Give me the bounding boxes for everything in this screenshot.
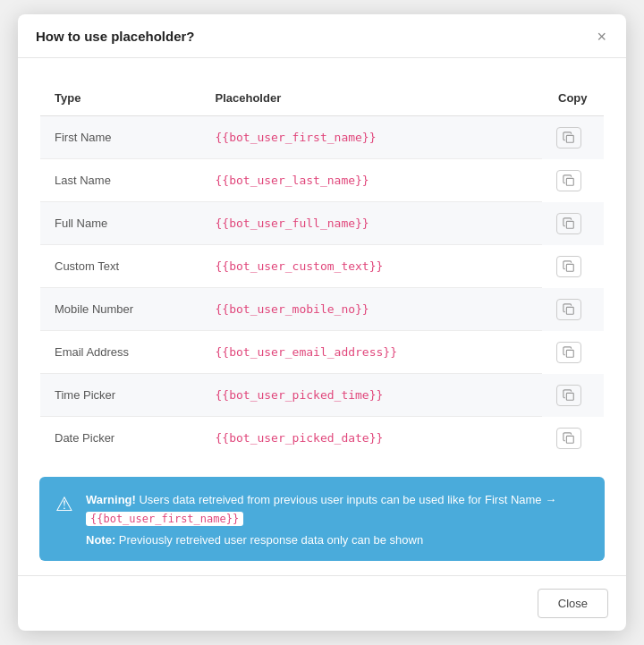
svg-rect-2 xyxy=(566,221,573,228)
table-row: Time Picker{{bot_user_picked_time}} xyxy=(40,374,605,417)
cell-placeholder: {{bot_user_email_address}} xyxy=(201,331,542,374)
placeholder-code: {{bot_user_custom_text}} xyxy=(216,259,384,273)
table-row: Custom Text{{bot_user_custom_text}} xyxy=(40,245,605,288)
svg-rect-0 xyxy=(566,135,573,142)
cell-type: Full Name xyxy=(40,202,201,245)
copy-button[interactable] xyxy=(556,256,581,277)
table-row: Last Name{{bot_user_last_name}} xyxy=(40,159,605,202)
placeholder-code: {{bot_user_picked_time}} xyxy=(216,388,384,402)
svg-rect-5 xyxy=(566,350,573,357)
cell-type: Custom Text xyxy=(40,245,201,288)
cell-placeholder: {{bot_user_mobile_no}} xyxy=(201,288,542,331)
svg-rect-3 xyxy=(566,264,573,271)
copy-icon xyxy=(563,260,575,273)
copy-button[interactable] xyxy=(556,385,581,406)
cell-placeholder: {{bot_user_last_name}} xyxy=(201,159,542,202)
warning-label: Warning! xyxy=(86,493,136,506)
table-row: Full Name{{bot_user_full_name}} xyxy=(40,202,605,245)
modal-title: How to use placeholder? xyxy=(36,29,195,44)
modal-container: How to use placeholder? × Type Placehold… xyxy=(18,14,626,632)
modal-header: How to use placeholder? × xyxy=(18,14,626,58)
placeholder-code: {{bot_user_full_name}} xyxy=(216,216,369,230)
cell-copy xyxy=(542,159,605,202)
cell-copy xyxy=(542,245,605,288)
copy-icon xyxy=(563,432,575,445)
cell-copy xyxy=(542,417,605,461)
table-header-row: Type Placeholder Copy xyxy=(40,80,605,115)
cell-copy xyxy=(542,115,605,159)
copy-button[interactable] xyxy=(556,428,581,449)
svg-rect-4 xyxy=(566,307,573,314)
svg-rect-1 xyxy=(566,178,573,185)
col-header-copy: Copy xyxy=(542,80,605,115)
copy-icon xyxy=(563,174,575,187)
cell-placeholder: {{bot_user_picked_date}} xyxy=(201,417,542,461)
copy-button[interactable] xyxy=(556,127,581,149)
table-row: Mobile Number{{bot_user_mobile_no}} xyxy=(40,288,605,331)
cell-placeholder: {{bot_user_custom_text}} xyxy=(201,245,542,288)
placeholder-code: {{bot_user_first_name}} xyxy=(216,131,377,144)
table-row: Email Address{{bot_user_email_address}} xyxy=(40,331,605,374)
cell-type: Time Picker xyxy=(40,374,201,417)
warning-highlight: {{bot_user_first_name}} xyxy=(86,512,243,526)
table-row: Date Picker{{bot_user_picked_date}} xyxy=(40,417,605,461)
svg-rect-7 xyxy=(566,436,573,443)
copy-button[interactable] xyxy=(556,299,581,320)
copy-button[interactable] xyxy=(556,342,581,363)
cell-copy xyxy=(542,202,605,245)
table-row: First Name{{bot_user_first_name}} xyxy=(40,115,605,159)
warning-body-text: Users data retreived from previous user … xyxy=(139,493,556,506)
modal-close-icon[interactable]: × xyxy=(595,29,608,45)
warning-note-text: Previously retreived user response data … xyxy=(119,533,423,547)
cell-placeholder: {{bot_user_full_name}} xyxy=(201,202,542,245)
cell-copy xyxy=(542,288,605,331)
copy-icon xyxy=(563,389,575,402)
cell-type: Mobile Number xyxy=(40,288,201,331)
placeholder-code: {{bot_user_last_name}} xyxy=(216,174,369,187)
placeholder-code: {{bot_user_email_address}} xyxy=(216,345,398,359)
copy-icon xyxy=(563,132,575,144)
cell-type: First Name xyxy=(40,115,201,159)
copy-icon xyxy=(563,217,575,230)
copy-icon xyxy=(563,346,575,359)
copy-button[interactable] xyxy=(556,213,581,234)
warning-box: ⚠ Warning! Users data retreived from pre… xyxy=(39,477,605,562)
copy-icon xyxy=(563,303,575,316)
placeholder-table: Type Placeholder Copy First Name{{bot_us… xyxy=(39,80,605,461)
cell-type: Email Address xyxy=(40,331,201,374)
placeholder-code: {{bot_user_mobile_no}} xyxy=(216,302,369,316)
cell-placeholder: {{bot_user_picked_time}} xyxy=(201,374,542,417)
cell-type: Date Picker xyxy=(40,417,201,461)
warning-note-label: Note: xyxy=(86,533,115,547)
modal-footer: Close xyxy=(18,575,626,631)
warning-icon: ⚠ xyxy=(55,493,73,516)
placeholder-code: {{bot_user_picked_date}} xyxy=(216,431,384,445)
col-header-type: Type xyxy=(40,80,201,115)
cell-copy xyxy=(542,331,605,374)
cell-placeholder: {{bot_user_first_name}} xyxy=(201,115,542,159)
warning-content: Warning! Users data retreived from previ… xyxy=(86,491,589,547)
warning-text: Warning! Users data retreived from previ… xyxy=(86,491,589,529)
col-header-placeholder: Placeholder xyxy=(201,80,542,115)
modal-body: Type Placeholder Copy First Name{{bot_us… xyxy=(18,58,626,576)
close-button[interactable]: Close xyxy=(538,589,608,618)
cell-type: Last Name xyxy=(40,159,201,202)
svg-rect-6 xyxy=(566,393,573,400)
copy-button[interactable] xyxy=(556,170,581,191)
cell-copy xyxy=(542,374,605,417)
warning-note: Note: Previously retreived user response… xyxy=(86,533,589,547)
